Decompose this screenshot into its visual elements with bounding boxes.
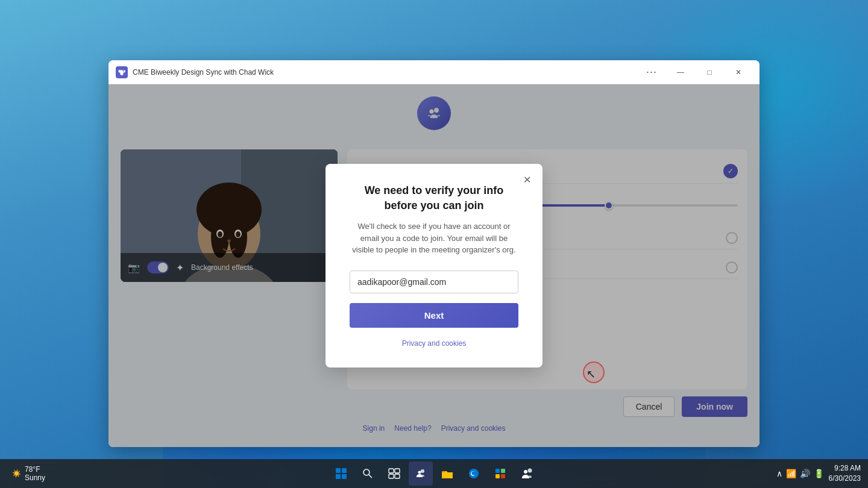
svg-point-19 [363, 469, 370, 475]
svg-rect-23 [389, 474, 394, 478]
modal-title: We need to verify your info before you c… [350, 183, 518, 213]
weather-condition: Sunny [25, 474, 45, 482]
svg-rect-28 [501, 469, 505, 473]
volume-icon: 🔊 [800, 469, 810, 478]
wifi-icon: 📶 [786, 469, 796, 478]
taskbar-datetime[interactable]: 9:28 AM 6/30/2023 [829, 463, 861, 484]
teams-chat-button[interactable] [409, 461, 433, 486]
svg-rect-30 [501, 474, 505, 478]
start-button[interactable] [329, 461, 353, 486]
taskview-button[interactable] [382, 461, 406, 486]
modal-privacy-link[interactable]: Privacy and cookies [402, 339, 467, 348]
close-button[interactable]: ✕ [725, 63, 752, 82]
svg-rect-22 [395, 469, 400, 473]
title-bar-controls: ··· — □ ✕ [638, 63, 752, 82]
minimize-button[interactable]: — [667, 63, 694, 82]
window-title: CME Biweekly Design Sync with Chad Wick [133, 68, 638, 77]
modal-overlay: ✕ We need to verify your info before you… [108, 84, 760, 447]
svg-point-32 [524, 470, 527, 474]
search-button[interactable] [356, 461, 380, 486]
notification-icon: ∧ [776, 469, 782, 478]
teams-title-icon [116, 66, 128, 78]
svg-point-25 [421, 469, 424, 473]
svg-rect-27 [495, 469, 500, 473]
store-button[interactable] [488, 461, 512, 486]
svg-rect-16 [342, 468, 347, 473]
svg-point-31 [528, 469, 532, 473]
modal-close-button[interactable]: ✕ [518, 171, 535, 188]
next-button[interactable]: Next [350, 303, 518, 328]
taskbar-weather: ☀️ 78°F Sunny [7, 463, 50, 484]
taskbar-right: ∧ 📶 🔊 🔋 9:28 AM 6/30/2023 [776, 463, 861, 484]
file-explorer-button[interactable] [435, 461, 459, 486]
title-bar: CME Biweekly Design Sync with Chad Wick … [108, 60, 760, 84]
taskbar: ☀️ 78°F Sunny [0, 459, 868, 488]
taskbar-time-display: 9:28 AM [829, 463, 861, 474]
window-body: 📷 ✦ Background effects ✓ ⚙ [108, 84, 760, 447]
more-options-button[interactable]: ··· [638, 63, 665, 82]
taskbar-date-display: 6/30/2023 [829, 474, 861, 484]
verify-modal: ✕ We need to verify your info before you… [326, 164, 542, 368]
svg-rect-15 [336, 468, 341, 473]
weather-icon: ☀️ [12, 469, 21, 478]
svg-rect-24 [395, 474, 400, 478]
svg-rect-18 [342, 474, 347, 479]
svg-point-26 [418, 471, 421, 474]
svg-line-20 [369, 475, 372, 478]
svg-rect-29 [495, 474, 500, 478]
taskbar-center [329, 461, 539, 486]
edge-browser-button[interactable] [462, 461, 486, 486]
system-icons: ∧ 📶 🔊 🔋 [776, 469, 824, 478]
email-input[interactable] [350, 271, 518, 293]
maximize-button[interactable]: □ [696, 63, 723, 82]
modal-description: We'll check to see if you have an accoun… [350, 221, 518, 256]
teams-app-button[interactable] [515, 461, 539, 486]
taskbar-left: ☀️ 78°F Sunny [7, 463, 50, 484]
svg-rect-21 [389, 469, 394, 473]
app-window: CME Biweekly Design Sync with Chad Wick … [108, 60, 760, 447]
battery-icon: 🔋 [814, 469, 824, 478]
svg-rect-17 [336, 474, 341, 479]
weather-temp: 78°F [25, 465, 45, 474]
